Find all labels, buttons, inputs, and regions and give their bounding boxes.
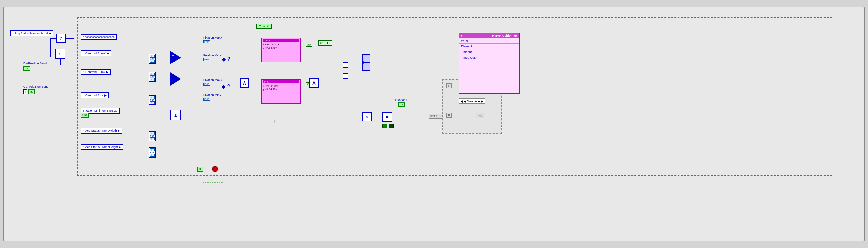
- inner-f-label: F: [446, 83, 452, 88]
- fixation-miny-fxp: FXP: [204, 98, 210, 101]
- compare-x2-text: x <+/-,64,34>: [263, 84, 300, 87]
- divide-x: [170, 51, 181, 64]
- green-sq-1: [382, 124, 387, 128]
- fixation-f-label: Fixation.F: [395, 98, 408, 102]
- compare-x1-text: x <+/-,64,34>: [263, 43, 300, 46]
- fxp-sumx: I FXP I: [149, 54, 156, 64]
- maxy-selector: ◆ ?: [222, 83, 230, 90]
- and-gate-xy: Λ: [240, 78, 249, 87]
- acq-status-frames-arrow: ↑: [12, 32, 14, 35]
- fixation-maxx-fxp: FXP: [204, 40, 210, 43]
- eye-pos-element-row: Element: [459, 44, 519, 49]
- centroid-sumx-control[interactable]: ↑ Centroid.SumX ▶: [81, 50, 111, 56]
- main-canvas: ↑ Acq Status.Frames Acq'd ▶ ≠ ← EyePosit…: [3, 7, 865, 241]
- exchange-symbol: ✕: [363, 112, 372, 121]
- divide-symbol-x: ÷: [172, 54, 174, 57]
- acq-frame-height-control[interactable]: ↑ Acq Status.FrameHeight ▶: [81, 144, 123, 150]
- compare-block-x1: I≠FXP x <+/-,64,34> y <+,64,49>: [261, 38, 301, 63]
- and-gate-main: Λ: [309, 78, 319, 87]
- zero-constant-2: 0: [343, 73, 348, 79]
- fixation-minx-fxp: FXP: [204, 58, 210, 61]
- shift-register: ⟵: [363, 54, 370, 71]
- minx-selector: ◆ ?: [222, 56, 230, 62]
- u16-indicator1: U16: [306, 44, 312, 47]
- centroid-size-control[interactable]: ↑ Centroid.Size ▶: [81, 92, 109, 98]
- acq-frame-width-control[interactable]: ↑ Acq Status.FrameWidth ▶: [81, 128, 122, 134]
- fixation-maxy-label: Fixation.MaxY: [204, 78, 222, 82]
- acq-status-frames-control[interactable]: ↑ Acq Status.Frames Acq'd ▶: [10, 30, 53, 36]
- eye-position-send-tf: TF: [23, 66, 30, 71]
- true-constant: True ▼: [256, 24, 272, 29]
- divide-symbol-y: ÷: [172, 75, 174, 79]
- stop-circle: [212, 166, 218, 172]
- feedback-arrow: ←: [55, 48, 65, 59]
- compare-block-x2: I≠FXP x <+/-,64,34> y <+,64,49>: [261, 79, 301, 104]
- eye-pos-write-row: Write: [459, 38, 519, 44]
- fxp-frameheight: I FXP I: [149, 147, 156, 158]
- eye-pos-title-bar: ▶ ▶ EyePosition ◀▶: [459, 33, 519, 38]
- ne-block-right: ≠: [382, 112, 392, 122]
- u16-t-block: U16 T I: [318, 40, 332, 46]
- centroid-numsent-label: Centroid.NumSent: [23, 85, 48, 88]
- zero-constant-1: 0: [343, 63, 348, 68]
- compare-y1-text: y <+,64,49>: [263, 46, 300, 49]
- cursor-cross: +: [273, 119, 277, 126]
- ge-comparison: ≥: [170, 110, 181, 120]
- irq-block-inner: IRQ: [476, 113, 484, 118]
- fixation-f-tf: TF: [398, 102, 405, 107]
- ne-fxp-label2: I≠FXP: [263, 80, 300, 83]
- fixation-min-eye-u32: U32: [81, 113, 89, 118]
- green-sq-2: [389, 124, 394, 128]
- eye-pos-timeout-row: Timeout: [459, 49, 519, 55]
- fixation-minx-label: Fixation.MinX: [204, 54, 222, 57]
- compare-y2-text: y <+,64,49>: [263, 87, 300, 91]
- fixation-maxx-label: Fixation.MaxX: [204, 36, 222, 39]
- divide-y: [170, 72, 181, 86]
- bottom-f-indicator: F: [197, 167, 204, 172]
- f-block-inner-bottom: F: [446, 113, 452, 118]
- eye-position-send-label: EyePosition.Send: [23, 62, 47, 65]
- ne-fxp-label1: I≠FXP: [263, 39, 300, 42]
- outer-block: True ▼ 0.00000000000000000000 ↑ Centroid…: [77, 17, 832, 176]
- zero-float-constant: 0.00000000000000000000: [81, 34, 117, 40]
- eye-pos-timedout-row: Timed Out?: [459, 55, 519, 60]
- fixation-miny-label: Fixation.MinY: [204, 93, 222, 97]
- fxp-sumy: I FXP I: [149, 72, 156, 82]
- fxp-size: I FXP I: [149, 95, 156, 105]
- centroid-numsent-i-label: i I32: [23, 89, 35, 94]
- eye-position-write-block: ▶ ▶ EyePosition ◀▶ Write Element Timeout…: [459, 33, 520, 94]
- disable-dropdown[interactable]: ◀ ◀ Disable ▶ ▶: [459, 98, 485, 104]
- fixation-maxy-fxp: FXP: [204, 83, 210, 86]
- centroid-sumy-control[interactable]: ↑ Centroid.SumY ▶: [81, 69, 111, 75]
- ne-block: ≠: [56, 34, 66, 43]
- fxp-framewidth: I FXP I: [149, 131, 156, 141]
- r21-block: R21:0 →: [429, 114, 443, 119]
- stop-indicator: ·····: [207, 166, 218, 172]
